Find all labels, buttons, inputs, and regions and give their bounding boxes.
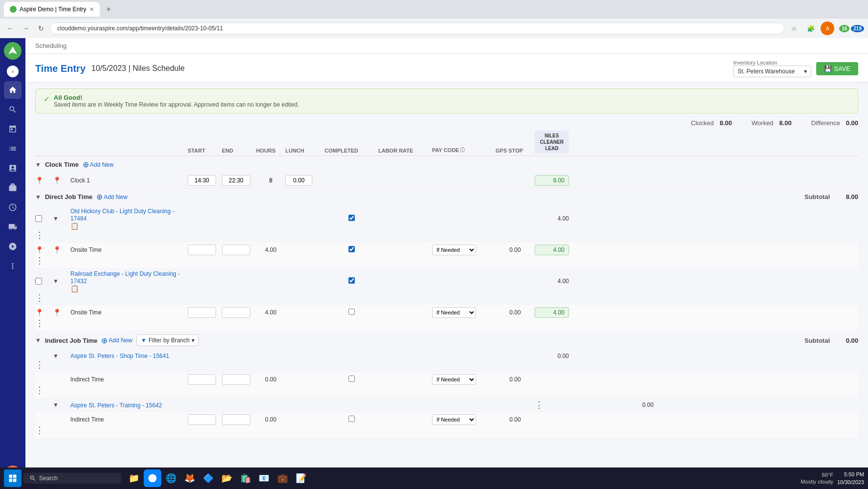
job1-det-completed-check[interactable]	[348, 246, 355, 252]
ij2-expand-icon[interactable]: ▼	[53, 401, 70, 408]
taskbar-store-icon[interactable]: 🛍️	[237, 469, 254, 487]
ij1-completed-check[interactable]	[348, 376, 355, 382]
sidebar-item-search[interactable]	[4, 101, 22, 118]
job1-note-icon[interactable]: 📋	[70, 222, 79, 230]
job2-note-icon[interactable]: 📋	[70, 285, 79, 292]
job2-det-pay-code[interactable]: If Needed Regular Overtime	[432, 307, 496, 318]
job2-expand-icon[interactable]: ▼	[53, 278, 70, 285]
taskbar-word-icon[interactable]: 📝	[292, 469, 310, 487]
browser-tab[interactable]: Aspire Demo | Time Entry ✕	[4, 2, 100, 17]
sidebar-item-list[interactable]	[4, 140, 22, 157]
job1-completed	[325, 215, 378, 222]
job2-more[interactable]: ⋮	[35, 292, 53, 303]
job2-pay-code-select[interactable]: If Needed Regular Overtime	[432, 307, 476, 318]
ij1-det-more[interactable]: ⋮	[35, 385, 53, 396]
ij2-det-pay-code[interactable]: If Needed Regular Overtime	[432, 414, 496, 425]
bookmark-icon[interactable]: ☆	[787, 22, 801, 35]
indirect-chevron-icon[interactable]: ▼	[35, 337, 41, 344]
job1-more[interactable]: ⋮	[35, 230, 53, 241]
taskbar-browser-icon[interactable]	[144, 469, 161, 487]
taskbar-chrome-icon[interactable]: 🌐	[162, 469, 180, 487]
ij1-det-pay-code[interactable]: If Needed Regular Overtime	[432, 374, 496, 385]
ij2-det-more[interactable]: ⋮	[35, 425, 53, 436]
job2-link[interactable]: Railroad Exchange - Light Duty Cleaning …	[70, 270, 180, 285]
job2-det-end[interactable]	[222, 307, 256, 318]
direct-job-label: Direct Job Time	[45, 193, 92, 200]
job2-det-start[interactable]	[188, 307, 222, 318]
sidebar-item-more[interactable]	[4, 257, 22, 275]
tab-close-btn[interactable]: ✕	[89, 6, 94, 13]
weather-desc: Mostly cloudy	[801, 478, 833, 485]
clock-chevron-icon[interactable]: ▼	[35, 161, 41, 168]
sidebar-item-reports[interactable]	[4, 159, 22, 177]
sidebar-item-calendar[interactable]	[4, 120, 22, 138]
ij2-det-end[interactable]	[222, 414, 256, 425]
ij1-det-completed	[325, 376, 378, 383]
filter-branch-btn[interactable]: ▼ Filter by Branch ▾	[136, 334, 199, 346]
clock-start-input[interactable]	[188, 175, 222, 186]
save-icon: 💾	[824, 65, 832, 72]
job1-det-pay-code[interactable]: If Needed Regular Overtime	[432, 244, 496, 255]
job2-name-cell: Railroad Exchange - Light Duty Cleaning …	[70, 270, 188, 292]
job1-det-more[interactable]: ⋮	[35, 255, 53, 266]
sidebar-item-inventory[interactable]	[4, 218, 22, 236]
pay-code-info-icon: ⓘ	[460, 147, 465, 154]
direct-chevron-icon[interactable]: ▼	[35, 194, 41, 200]
location-value: St. Peters Warehouse	[738, 68, 795, 75]
back-btn[interactable]: ←	[4, 22, 17, 34]
job1-pay-code-select[interactable]: If Needed Regular Overtime	[432, 244, 476, 255]
job1-det-start[interactable]	[188, 244, 222, 255]
sidebar-item-time[interactable]	[4, 199, 22, 216]
sidebar-item-jobs[interactable]	[4, 179, 22, 197]
taskbar-explorer-icon[interactable]: 📁	[125, 469, 143, 487]
sidebar-item-settings[interactable]	[4, 238, 22, 255]
direct-job-time-section: ▼ Direct Job Time ⊕ Add New Subtotal 8.0…	[35, 188, 858, 331]
time-display: 5:50 PM	[837, 470, 864, 479]
ij2-completed-check[interactable]	[348, 416, 355, 422]
job2-det-more[interactable]: ⋮	[35, 318, 53, 329]
sidebar-toggle-btn[interactable]: ›	[7, 66, 19, 77]
clock-add-new-btn[interactable]: ⊕ Add New	[83, 160, 114, 169]
location-select[interactable]: St. Peters Warehouse ▾	[733, 66, 811, 77]
taskbar-firefox-icon[interactable]: 🦊	[181, 469, 198, 487]
forward-btn[interactable]: →	[20, 22, 32, 34]
ij1-det-end[interactable]	[222, 374, 256, 385]
job2-completed-checkbox[interactable]	[348, 277, 355, 284]
clock-lunch-input[interactable]	[285, 175, 325, 186]
new-tab-btn[interactable]: +	[104, 5, 114, 14]
direct-add-new-btn[interactable]: ⊕ Add New	[96, 192, 128, 201]
windows-start-btn[interactable]	[4, 469, 22, 487]
job1-completed-checkbox[interactable]	[348, 215, 355, 221]
save-button[interactable]: 💾 SAVE	[816, 62, 858, 75]
direct-subtotal-label: Subtotal	[804, 193, 830, 200]
job2-det-completed-check[interactable]	[348, 309, 355, 315]
taskbar-search-box[interactable]: Search	[23, 473, 121, 484]
reload-btn[interactable]: ↻	[35, 22, 47, 34]
ij2-link[interactable]: Aspire St. Peters - Training - 15642	[70, 402, 162, 409]
job1-link[interactable]: Old Hickory Club - Light Duty Cleaning -…	[70, 208, 174, 222]
address-bar[interactable]	[50, 22, 784, 34]
ij1-link[interactable]: Aspire St. Peters - Shop Time - 15641	[70, 353, 169, 359]
sidebar-item-home[interactable]	[4, 81, 22, 99]
taskbar-mail-icon[interactable]: 📧	[255, 469, 273, 487]
job1-det-end[interactable]	[222, 244, 256, 255]
ij2-det-start[interactable]	[188, 414, 222, 425]
extensions-icon[interactable]: 🧩	[804, 22, 818, 35]
job2-checkbox[interactable]	[35, 278, 42, 285]
ij2-more[interactable]: ⋮	[535, 400, 569, 410]
taskbar-folder2-icon[interactable]: 📂	[218, 469, 236, 487]
profile-icon[interactable]: A	[821, 22, 834, 35]
app-logo[interactable]	[4, 42, 22, 60]
ij1-expand-icon[interactable]: ▼	[53, 353, 70, 359]
ij1-det-start[interactable]	[188, 374, 222, 385]
job1-checkbox[interactable]	[35, 215, 42, 222]
ij1-pay-code-select[interactable]: If Needed Regular Overtime	[432, 374, 476, 385]
indirect-add-new-btn[interactable]: ⊕ Add New	[101, 336, 132, 345]
clock-end-input[interactable]	[222, 175, 256, 186]
job1-expand-icon[interactable]: ▼	[53, 215, 70, 222]
taskbar-edge-icon[interactable]: 🔷	[199, 469, 217, 487]
indirect-job-time-section: ▼ Indirect Job Time ⊕ Add New ▼ Filter b…	[35, 331, 858, 438]
ij1-more[interactable]: ⋮	[35, 359, 53, 370]
taskbar-teams-icon[interactable]: 💼	[274, 469, 291, 487]
ij2-pay-code-select[interactable]: If Needed Regular Overtime	[432, 414, 476, 425]
